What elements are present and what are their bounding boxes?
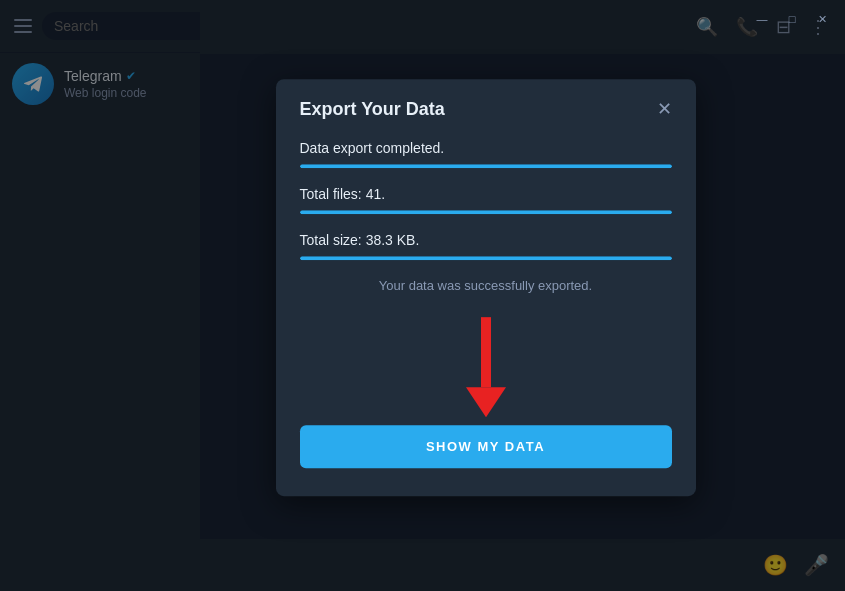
export-item-completed: Data export completed.: [300, 140, 672, 168]
progress-bar-files-bg: [300, 210, 672, 214]
progress-bar-size-bg: [300, 256, 672, 260]
export-files-label: Total files: 41.: [300, 186, 672, 202]
arrow-head: [466, 387, 506, 417]
export-item-files: Total files: 41.: [300, 186, 672, 214]
export-modal: Export Your Data ✕ Data export completed…: [276, 79, 696, 496]
progress-bar-completed-fill: [300, 164, 672, 168]
export-completed-label: Data export completed.: [300, 140, 672, 156]
show-my-data-button[interactable]: SHOW MY DATA: [300, 425, 672, 468]
progress-bar-completed-bg: [300, 164, 672, 168]
modal-body: Data export completed. Total files: 41. …: [276, 136, 696, 496]
minimize-button[interactable]: —: [749, 8, 775, 30]
red-arrow: [466, 317, 506, 417]
export-item-size: Total size: 38.3 KB.: [300, 232, 672, 260]
success-message: Your data was successfully exported.: [300, 278, 672, 293]
progress-bar-size-fill: [300, 256, 672, 260]
modal-header: Export Your Data ✕: [276, 79, 696, 136]
arrow-shaft: [481, 317, 491, 387]
app-container: Telegram ✔ Web login code 🔍 📞 ⊟ ⋮ 🙂 🎤: [0, 0, 845, 591]
window-controls: — □ ✕: [739, 0, 845, 38]
modal-title: Export Your Data: [300, 99, 445, 120]
maximize-button[interactable]: □: [779, 8, 805, 30]
arrow-container: [300, 317, 672, 417]
progress-bar-files-fill: [300, 210, 672, 214]
close-button[interactable]: ✕: [809, 8, 835, 30]
modal-close-button[interactable]: ✕: [657, 100, 672, 118]
export-size-label: Total size: 38.3 KB.: [300, 232, 672, 248]
